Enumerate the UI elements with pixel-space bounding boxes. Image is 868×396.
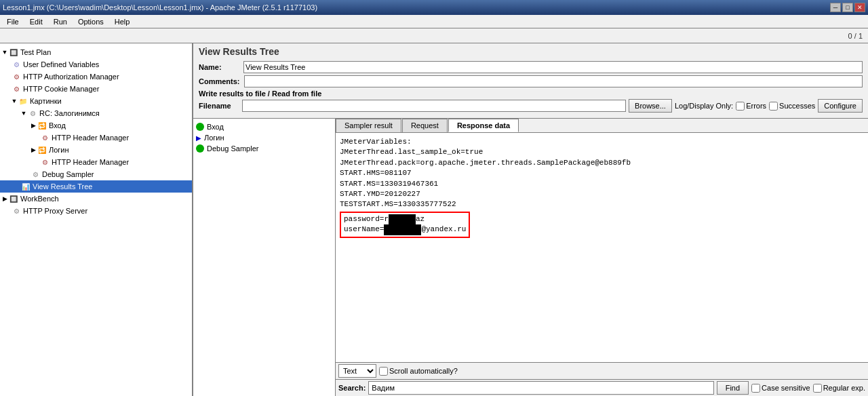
tree-item-uservars[interactable]: ⚙ User Defined Variables [0,58,192,71]
result-item-vhod[interactable]: Вход [193,121,335,132]
line-password: password=r az [344,214,466,224]
successes-checkbox-label[interactable]: Successes [769,102,815,111]
expand-testplan[interactable]: ▼ [1,49,8,56]
filename-input[interactable] [242,100,626,112]
tree-item-vhod[interactable]: ▶ 🔁 Вход [0,119,192,132]
expand-workbench[interactable]: ▶ [1,195,8,202]
menu-bar: File Edit Run Options Help [0,15,868,28]
tree-item-httpcookie[interactable]: ⚙ HTTP Cookie Manager [0,83,192,95]
line-last-sample: JMeterThread.last_sample_ok=true [340,147,864,157]
httpauth-icon: ⚙ [11,71,22,82]
tree-label-testplan: Test Plan [20,48,51,56]
comments-input[interactable] [244,75,863,87]
tree-label-httpcookie: HTTP Cookie Manager [23,85,99,93]
tree-item-login[interactable]: ▶ 🔁 Логин [0,144,192,156]
headerMgr1-icon: ⚙ [39,132,50,143]
tree-label-headerMgr2: HTTP Header Manager [52,158,129,166]
result-dot-vhod [196,123,204,131]
main-layout: ▼ 🔲 Test Plan ⚙ User Defined Variables ⚙… [0,43,868,396]
tree-label-httpauth: HTTP Authorization Manager [23,73,119,81]
result-item-login[interactable]: ▶ Логин [193,132,335,143]
case-sensitive-checkbox[interactable] [751,384,760,393]
tree-item-rc[interactable]: ▼ ⚙ RC: Залогинимся [0,107,192,119]
tab-sampler[interactable]: Sampler result [336,119,401,132]
regex-label[interactable]: Regular exp. [813,384,865,393]
vhod-icon: 🔁 [37,120,47,131]
scroll-auto-text: Scroll automatically? [389,367,458,375]
httpcookie-icon: ⚙ [11,83,22,94]
tree-item-debugsampler[interactable]: ⚙ Debug Sampler [0,168,192,180]
search-label: Search: [338,384,366,392]
menu-edit[interactable]: Edit [24,16,48,27]
errors-checkbox-label[interactable]: Errors [736,102,766,111]
tree-item-httpauth[interactable]: ⚙ HTTP Authorization Manager [0,71,192,83]
toolbar: 0 / 1 [0,28,868,43]
panel-header: View Results Tree [193,43,868,60]
maximize-button[interactable]: □ [842,3,853,12]
scroll-auto-checkbox[interactable] [379,367,388,376]
tabs-bar: Sampler result Request Response data [336,119,868,133]
uservars-icon: ⚙ [11,59,22,70]
tree-item-headerMgr2[interactable]: ⚙ HTTP Header Manager [0,156,192,168]
expand-kartinki[interactable]: ▼ [11,98,18,104]
successes-checkbox[interactable] [769,102,778,111]
tree-item-httpproxy[interactable]: ⚙ HTTP Proxy Server [0,205,192,217]
configure-button[interactable]: Configure [818,99,863,113]
comments-row: Comments: [199,75,863,87]
case-sensitive-label[interactable]: Case sensitive [751,384,810,393]
menu-help[interactable]: Help [109,16,136,27]
menu-file[interactable]: File [1,16,24,27]
bottom-bar: Text HTML JSON XML Scroll automatically? [336,362,868,379]
login-icon: 🔁 [37,144,47,155]
line-teststart: TESTSTART.MS=1330335777522 [340,199,864,210]
display-type-dropdown[interactable]: Text HTML JSON XML [338,364,376,378]
tree-label-headerMgr1: HTTP Header Manager [52,134,129,142]
close-button[interactable]: ✕ [854,3,865,12]
line-ymd: START.YMD=20120227 [340,189,864,199]
search-input[interactable] [368,381,713,395]
headerMgr2-icon: ⚙ [39,157,50,167]
line-pack: JMeterThread.pack=org.apache.jmeter.thre… [340,158,864,168]
search-bar: Search: Find Case sensitive Regular exp. [336,379,868,396]
menu-options[interactable]: Options [73,16,109,27]
write-label: Write results to file / Read from file [199,90,321,98]
tree-label-vhod: Вход [49,121,66,130]
file-row: Filename Browse... Log/Display Only: Err… [199,99,863,113]
tree-item-viewresults[interactable]: 📊 View Results Tree [0,180,192,193]
tree-item-kartinki[interactable]: ▼ 📁 Картинки [0,95,192,107]
name-row: Name: [199,61,863,73]
panel-title: View Results Tree [199,46,279,57]
errors-checkbox[interactable] [736,102,745,111]
menu-run[interactable]: Run [48,16,73,27]
tree-label-workbench: WorkBench [20,195,59,203]
result-label-debug: Debug Sampler [207,144,258,153]
find-button[interactable]: Find [717,381,749,395]
line-ms: START.MS=1330319467361 [340,179,864,189]
tab-response[interactable]: Response data [448,119,519,132]
toolbar-counter: 0 / 1 [848,32,863,40]
tree-item-workbench[interactable]: ▶ 🔲 WorkBench [0,193,192,205]
expand-rc[interactable]: ▼ [20,110,27,117]
tree-label-kartinki: Картинки [30,97,62,105]
left-panel[interactable]: ▼ 🔲 Test Plan ⚙ User Defined Variables ⚙… [0,43,193,396]
tree-item-headerMgr1[interactable]: ⚙ HTTP Header Manager [0,132,192,144]
httpproxy-icon: ⚙ [11,205,22,216]
tab-request[interactable]: Request [402,119,448,132]
minimize-button[interactable]: ─ [830,3,841,12]
result-list[interactable]: Вход ▶ Логин Debug Sampler [193,119,336,396]
content-area: Вход ▶ Логин Debug Sampler Sampler resul… [193,118,868,396]
regex-checkbox[interactable] [813,384,822,393]
case-sensitive-text: Case sensitive [762,384,810,392]
name-input[interactable] [243,61,863,73]
scroll-auto-label[interactable]: Scroll automatically? [379,367,458,376]
result-item-debug[interactable]: Debug Sampler [193,143,335,154]
censored-box: password=r az userName= @yandex.ru [340,212,470,238]
expand-vhod[interactable]: ▶ [30,122,37,129]
expand-login[interactable]: ▶ [30,146,37,153]
kartinki-icon: 📁 [18,96,28,106]
browse-button[interactable]: Browse... [629,99,672,113]
name-label: Name: [199,63,239,71]
data-content: JMeterVariables: JMeterThread.last_sampl… [336,133,868,362]
tree-item-testplan[interactable]: ▼ 🔲 Test Plan [0,46,192,58]
tree-label-rc: RC: Залогинимся [39,109,100,117]
